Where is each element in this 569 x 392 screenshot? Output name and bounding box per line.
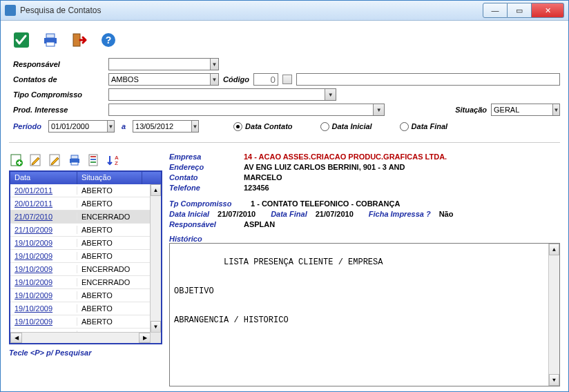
help-button[interactable]: ? (99, 30, 118, 50)
scroll-right-icon[interactable]: ▶ (139, 333, 151, 343)
tipo-compromisso-input[interactable] (109, 89, 323, 100)
chevron-down-icon[interactable]: ▼ (210, 59, 218, 70)
scroll-up-icon[interactable]: ▲ (549, 244, 559, 255)
historico-textarea[interactable]: LISTA PRESENÇA CLIENTE / EMPRESA OBJETIV… (169, 243, 560, 386)
empresa-value: 14 - ACAO ASSES.CRIACAO PRODUC.GRAFICAS … (244, 153, 447, 161)
table-row[interactable]: 19/10/2009ABERTO (10, 289, 151, 302)
scroll-up-icon[interactable]: ▲ (151, 184, 161, 196)
grid-header: Data Situação (10, 172, 161, 184)
table-row[interactable]: 19/10/2009ABERTO (10, 250, 151, 263)
cell-data: 19/10/2009 (10, 239, 77, 247)
empresa-label: Empresa (169, 153, 238, 161)
cell-situacao: ABERTO (77, 239, 151, 247)
responsavel-input[interactable] (109, 59, 209, 70)
periodo-a-label: a (122, 122, 126, 130)
grid-print-button[interactable] (67, 153, 82, 168)
confirm-button[interactable] (12, 30, 31, 50)
data-inicial-label: Data Inicial (169, 210, 209, 218)
ficha-impressa-value: Não (439, 210, 454, 218)
sort-button[interactable]: AZ (106, 153, 121, 168)
periodo-from-input[interactable]: ▼ (48, 120, 115, 133)
check-icon (13, 32, 30, 48)
tp-compromisso-label: Tp Compromisso (169, 199, 245, 208)
contatos-de-label: Contatos de (13, 75, 104, 84)
app-window: Pesquisa de Contatos — ▭ ✕ ? Res (0, 0, 569, 392)
tipo-compromisso-select[interactable]: ▼ (108, 88, 336, 101)
table-row[interactable]: 21/07/2010ENCERRADO (10, 210, 151, 224)
ficha-impressa-label: Ficha Impressa ? (369, 210, 431, 218)
cell-situacao: ENCERRADO (77, 278, 151, 286)
table-row[interactable]: 20/01/2011ABERTO (10, 197, 151, 210)
cell-data: 20/01/2011 (10, 186, 77, 195)
chevron-down-icon[interactable]: ▼ (373, 104, 384, 115)
app-icon (5, 5, 16, 16)
chevron-down-icon[interactable]: ▼ (325, 89, 336, 100)
chevron-down-icon[interactable]: ▼ (107, 121, 114, 132)
radio-data-contato[interactable]: Data Contato (233, 122, 292, 131)
radio-data-inicial[interactable]: Data Inicial (320, 122, 372, 131)
radio-data-final[interactable]: Data Final (400, 122, 448, 131)
table-row[interactable]: 19/10/2009ABERTO (10, 237, 151, 250)
table-row[interactable]: 20/01/2011ABERTO (10, 184, 151, 197)
window-title: Pesquisa de Contatos (20, 6, 101, 15)
edit2-button[interactable] (48, 153, 63, 168)
exit-button[interactable] (70, 30, 89, 50)
export-button[interactable] (86, 153, 102, 168)
table-row[interactable]: 21/10/2009ABERTO (10, 224, 151, 237)
print-button[interactable] (41, 30, 60, 50)
cell-data: 19/10/2009 (10, 304, 77, 313)
tipo-compromisso-label: Tipo Compromisso (13, 90, 104, 99)
top-toolbar: ? (12, 30, 560, 50)
scroll-left-icon[interactable]: ◀ (10, 333, 22, 343)
grid-horizontal-scrollbar[interactable]: ◀ ▶ (10, 332, 151, 343)
scroll-down-icon[interactable]: ▼ (151, 321, 161, 333)
situacao-select[interactable]: ▼ (491, 104, 560, 116)
periodo-row: Período ▼ a ▼ Data Contato Data Inicial (13, 120, 560, 133)
printer-icon (42, 32, 59, 48)
svg-rect-17 (90, 161, 96, 163)
svg-rect-16 (90, 159, 96, 160)
situacao-input[interactable] (492, 104, 551, 115)
cell-situacao: ENCERRADO (77, 213, 151, 221)
svg-rect-2 (46, 34, 55, 38)
historico-scrollbar[interactable]: ▲ ▼ (548, 244, 559, 386)
table-row[interactable]: 19/10/2009ABERTO (10, 315, 151, 329)
maximize-button[interactable]: ▭ (508, 3, 532, 18)
codigo-input[interactable] (253, 73, 278, 86)
new-button[interactable] (9, 153, 24, 168)
codigo-text-input[interactable] (296, 73, 560, 86)
telefone-label: Telefone (169, 184, 238, 192)
export-icon (87, 153, 101, 167)
codigo-lookup-button[interactable] (282, 75, 292, 84)
table-row[interactable]: 19/10/2009ABERTO (10, 302, 151, 315)
responsavel-detail-value: ASPLAN (244, 220, 275, 228)
contatos-de-select[interactable]: ▼ (108, 73, 219, 86)
scroll-down-icon[interactable]: ▼ (549, 374, 559, 386)
col-data-header[interactable]: Data (10, 172, 77, 184)
cell-data: 20/01/2011 (10, 199, 77, 208)
close-button[interactable]: ✕ (532, 3, 564, 18)
results-grid[interactable]: Data Situação 20/01/2011ABERTO20/01/2011… (9, 170, 162, 344)
prod-interesse-select[interactable]: ▼ (108, 104, 385, 116)
minimize-button[interactable]: — (483, 3, 508, 18)
radio-icon (233, 122, 242, 131)
chevron-down-icon[interactable]: ▼ (552, 104, 559, 115)
prod-interesse-input[interactable] (109, 104, 372, 115)
data-inicial-value: 21/07/2010 (218, 210, 255, 218)
table-row[interactable]: 19/10/2009ENCERRADO (10, 276, 151, 289)
tp-compromisso-value: 1 - CONTATO TELEFONICO - COBRANÇA (251, 199, 400, 208)
grid-vertical-scrollbar[interactable]: ▲ ▼ (150, 184, 161, 333)
chevron-down-icon[interactable]: ▼ (191, 121, 198, 132)
col-situacao-header[interactable]: Situação (77, 172, 142, 184)
cell-situacao: ABERTO (77, 199, 151, 208)
cell-data: 21/07/2010 (10, 213, 77, 221)
chevron-down-icon[interactable]: ▼ (210, 74, 218, 85)
cell-situacao: ABERTO (77, 252, 151, 260)
svg-rect-15 (90, 156, 96, 157)
cell-data: 19/10/2009 (10, 317, 77, 326)
edit-button[interactable] (28, 153, 44, 168)
periodo-to-input[interactable]: ▼ (133, 120, 199, 133)
responsavel-select[interactable]: ▼ (108, 58, 219, 70)
table-row[interactable]: 19/10/2009ENCERRADO (10, 263, 151, 276)
contatos-de-input[interactable] (109, 74, 209, 85)
